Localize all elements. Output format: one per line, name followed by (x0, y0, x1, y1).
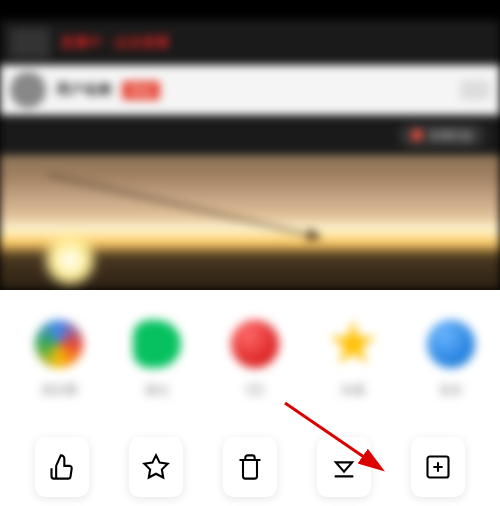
video-thumbnail (0, 155, 500, 290)
thumbs-up-icon (48, 453, 76, 481)
banner-logo (10, 28, 50, 58)
share-wechat[interactable]: 微信 (133, 320, 181, 399)
share-qq[interactable]: QQ (231, 320, 279, 399)
contrail-graphic (48, 174, 321, 240)
profile-tag: 关注 (122, 81, 160, 100)
trash-icon (236, 453, 264, 481)
qq-icon (231, 320, 279, 368)
title-bar: 直播回放 (0, 115, 500, 155)
banner-text: 直播中 · 点击观看 (60, 34, 170, 52)
more-button[interactable] (411, 437, 465, 497)
download-icon (330, 453, 358, 481)
action-row (0, 399, 500, 497)
download-button[interactable] (317, 437, 371, 497)
share-moments[interactable]: 朋友圈 (35, 320, 83, 399)
delete-button[interactable] (223, 437, 277, 497)
sun-graphic (40, 230, 100, 290)
status-bar (0, 0, 500, 20)
share-favorite[interactable]: 收藏 (329, 320, 377, 399)
live-badge: 直播回放 (399, 124, 485, 147)
like-button[interactable] (35, 437, 89, 497)
share-row: 朋友圈 微信 QQ 收藏 更多 (0, 320, 500, 399)
info-button (460, 80, 490, 100)
moments-icon (35, 320, 83, 368)
more-share-icon (427, 320, 475, 368)
action-sheet: 朋友圈 微信 QQ 收藏 更多 (0, 290, 500, 506)
promo-banner: 直播中 · 点击观看 (0, 20, 500, 65)
plus-square-icon (424, 453, 452, 481)
share-more[interactable]: 更多 (427, 320, 475, 399)
profile-bar: 用户名称 关注 (0, 65, 500, 115)
wechat-icon (133, 320, 181, 368)
live-label: 直播回放 (429, 128, 473, 143)
avatar (10, 72, 46, 108)
profile-name: 用户名称 (56, 81, 112, 99)
star-icon (329, 320, 377, 368)
live-dot-icon (411, 129, 423, 141)
background-content: 直播中 · 点击观看 用户名称 关注 直播回放 (0, 0, 500, 290)
star-outline-icon (142, 453, 170, 481)
favorite-button[interactable] (129, 437, 183, 497)
